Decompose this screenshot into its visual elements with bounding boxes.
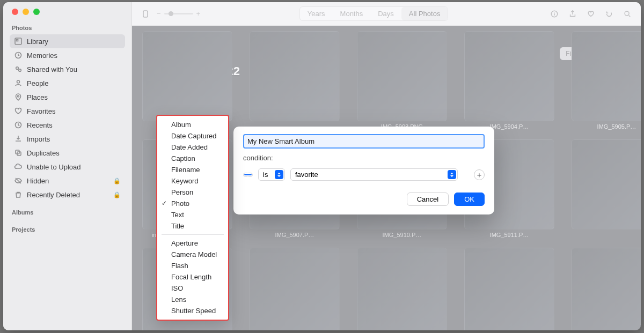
sidebar-item-recently-deleted[interactable]: Recently Deleted 🔒 [10,188,125,202]
sidebar-item-memories[interactable]: Memories [10,48,125,62]
toolbar: − + Years Months Days All Photos [132,2,641,26]
dropdown-option[interactable]: Caption [157,153,228,164]
library-icon [14,37,23,46]
places-icon [14,93,23,101]
dropdown-option[interactable]: Date Added [157,142,228,153]
rule-operator-value: is [263,171,268,179]
hidden-icon [14,176,23,185]
sidebar-section-albums[interactable]: Albums [10,207,125,219]
svg-point-4 [19,69,21,72]
sidebar: Photos Library Memories Shared with You … [3,2,132,330]
seg-all-photos[interactable]: All Photos [401,7,448,20]
dropdown-option[interactable]: Flash [157,260,228,271]
add-rule-button[interactable]: ＋ [474,169,485,180]
dropdown-option[interactable]: Aperture [157,238,228,249]
select-arrows-icon [244,174,252,175]
dropdown-option[interactable]: Text [157,209,228,220]
sidebar-item-label: Favorites [27,107,121,115]
people-icon [14,79,23,87]
sidebar-item-label: People [27,79,121,87]
photo-thumb[interactable] [354,248,450,330]
photo-thumb[interactable] [569,248,641,330]
clock-icon [14,121,23,129]
share-icon[interactable] [566,7,580,21]
photo-thumb[interactable] [247,248,342,330]
photo-thumb[interactable]: IMG_5904.P… [462,31,557,130]
memories-icon [14,51,23,60]
rule-operator-select[interactable]: is [258,168,285,181]
favorite-icon[interactable] [584,7,598,21]
sidebar-item-label: Shared with You [27,65,121,73]
zoom-slider[interactable] [164,13,193,14]
sidebar-item-shared[interactable]: Shared with You [10,62,125,76]
rule-value-value: favorite [295,171,318,179]
seg-years[interactable]: Years [300,7,333,20]
sidebar-item-label: Library [27,38,121,46]
rule-field-select[interactable] [243,173,253,177]
svg-rect-1 [17,40,18,41]
sidebar-item-label: Places [27,93,121,101]
photo-thumb[interactable] [569,139,641,238]
duplicates-icon [14,149,23,157]
sidebar-item-label: Imports [27,135,121,143]
search-icon[interactable] [620,7,634,21]
photo-thumb[interactable] [247,31,342,130]
dropdown-option[interactable]: Keyword [157,175,228,187]
sidebar-item-places[interactable]: Places [10,90,125,104]
cloud-alert-icon [14,162,23,171]
trash-icon [14,190,23,199]
window-controls [10,6,125,23]
seg-days[interactable]: Days [370,7,401,20]
maximize-window-button[interactable] [33,9,40,15]
sidebar-item-favorites[interactable]: Favorites [10,104,125,118]
zoom-control[interactable]: − + [157,10,200,18]
dropdown-option[interactable]: Title [157,220,228,232]
info-icon[interactable] [547,7,561,21]
sidebar-item-label: Recents [27,121,121,129]
rule-value-select[interactable]: favorite [290,168,458,181]
sidebar-section-photos: Photos [10,23,125,34]
sidebar-item-recents[interactable]: Recents [10,118,125,132]
svg-point-12 [625,11,629,16]
sidebar-item-label: Unable to Upload [27,163,121,171]
dropdown-option[interactable]: ISO [157,283,228,294]
ok-button[interactable]: OK [454,193,485,206]
close-window-button[interactable] [12,9,18,15]
dropdown-option[interactable]: Filename [157,164,228,175]
minimize-window-button[interactable] [23,9,29,15]
dropdown-option[interactable]: Camera Model [157,249,228,260]
import-icon [14,135,23,143]
condition-label: condition: [243,154,273,162]
select-arrows-icon [275,170,283,179]
dropdown-option[interactable]: Photo [157,198,228,209]
view-segmented-control: Years Months Days All Photos [299,6,449,21]
dropdown-option[interactable]: Lens [157,294,228,305]
zoom-in-label[interactable]: + [196,10,201,18]
cancel-button[interactable]: Cancel [407,193,449,206]
dropdown-option[interactable]: Date Captured [157,130,228,142]
sidebar-item-imports[interactable]: Imports [10,132,125,146]
select-arrows-icon [448,170,456,179]
smart-album-dialog: condition: is favorite ＋ Cancel OK [233,127,494,214]
sidebar-item-people[interactable]: People [10,76,125,90]
sidebar-item-unable-upload[interactable]: Unable to Upload [10,160,125,174]
album-name-input[interactable] [243,134,485,149]
sidebar-section-projects[interactable]: Projects [10,224,125,236]
lock-icon: 🔒 [113,191,121,198]
photos-app-window: Photos Library Memories Shared with You … [3,2,641,330]
dropdown-option[interactable]: Shutter Speed [157,305,228,316]
svg-point-5 [17,80,20,83]
sidebar-item-library[interactable]: Library [10,34,125,48]
dropdown-option[interactable]: Focal Length [157,271,228,283]
rotate-icon[interactable] [602,7,616,21]
sidebar-item-duplicates[interactable]: Duplicates [10,146,125,160]
rotate-device-icon[interactable] [138,7,152,21]
sidebar-item-hidden[interactable]: Hidden 🔒 [10,174,125,188]
dropdown-option[interactable]: Person [157,187,228,198]
dropdown-option[interactable]: Album [157,119,228,130]
photo-thumb[interactable] [462,248,557,330]
seg-months[interactable]: Months [333,7,371,20]
photo-thumb[interactable]: IMG_5903.PNG [354,31,450,130]
photo-thumb[interactable]: IMG_5905.P… [569,31,641,130]
zoom-out-label[interactable]: − [157,10,161,18]
